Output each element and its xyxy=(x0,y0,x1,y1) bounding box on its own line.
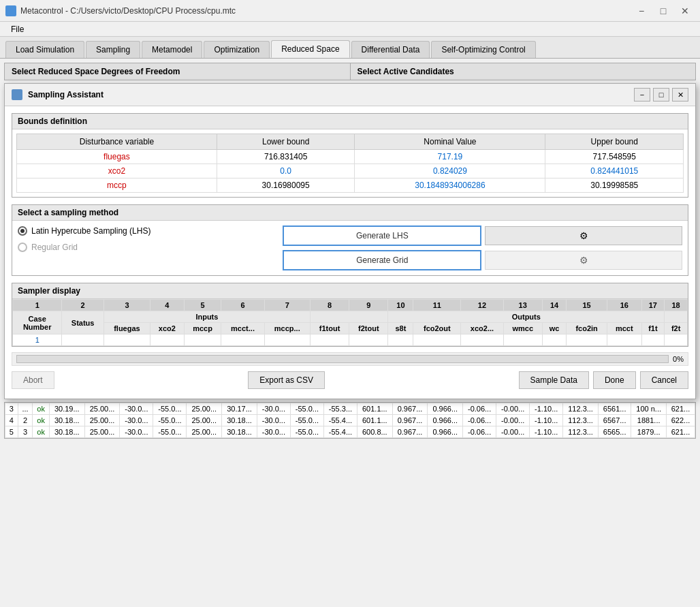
export-csv-button[interactable]: Export as CSV xyxy=(248,371,325,389)
r4v7: -30.0... xyxy=(257,415,290,426)
r5v3: -30.0... xyxy=(120,426,153,438)
r3v19: 621... xyxy=(667,403,695,415)
modal-icon xyxy=(12,89,22,100)
colnum-3: 3 xyxy=(104,300,150,311)
modal-maximize[interactable]: □ xyxy=(653,88,669,102)
sample-data-button[interactable]: Sample Data xyxy=(519,371,589,389)
bottom-data-table: 3 ... ok 30.19... 25.00... -30.0... -55.… xyxy=(5,403,695,438)
radio-grid[interactable] xyxy=(18,243,27,252)
menu-item-file[interactable]: File xyxy=(5,23,29,35)
r5v13: -0.06... xyxy=(463,426,496,438)
tab-load-simulation[interactable]: Load Simulation xyxy=(5,41,84,58)
r3v2: 25.00... xyxy=(84,403,120,415)
tab-metamodel[interactable]: Metamodel xyxy=(142,41,202,58)
generate-grid-button[interactable]: Generate Grid xyxy=(283,251,481,270)
col-f2tout: f2tout xyxy=(349,323,388,334)
v15 xyxy=(641,334,665,346)
tab-self-optimizing[interactable]: Self-Optimizing Control xyxy=(431,41,535,58)
r4v13: -0.06... xyxy=(463,415,496,426)
r4v11: 0.967... xyxy=(392,415,428,426)
bounds-title: Bounds definition xyxy=(12,114,688,129)
r5v19: 621... xyxy=(667,426,695,438)
nominal-xco2: 0.824029 xyxy=(355,164,545,178)
progress-bar-row: 0% xyxy=(12,352,688,366)
sampler-display: Sampler display 1 2 3 4 5 6 7 xyxy=(12,283,688,347)
r5v14: -0.00... xyxy=(496,426,530,438)
abort-button[interactable]: Abort xyxy=(12,371,54,389)
modal-close[interactable]: ✕ xyxy=(672,88,688,102)
col-xco2: xco2 xyxy=(150,323,185,334)
maximize-button[interactable]: □ xyxy=(654,4,673,18)
nominal-fluegas: 717.19 xyxy=(355,150,545,164)
colnum-16: 16 xyxy=(607,300,642,311)
progress-label: 0% xyxy=(673,355,684,363)
v8 xyxy=(388,334,413,346)
cancel-button[interactable]: Cancel xyxy=(640,371,688,389)
radio-lhs[interactable] xyxy=(18,226,27,236)
tab-differential-data[interactable]: Differential Data xyxy=(351,41,430,58)
col-mccp: mccp xyxy=(184,323,221,334)
colnum-14: 14 xyxy=(542,300,566,311)
close-button[interactable]: ✕ xyxy=(675,4,695,18)
r3v18: 100 n... xyxy=(631,403,667,415)
minimize-button[interactable]: − xyxy=(632,4,651,18)
r5v4: -55.0... xyxy=(153,426,187,438)
sampler-table: 1 2 3 4 5 6 7 8 9 10 11 xyxy=(12,299,688,346)
window-controls: − □ ✕ xyxy=(632,4,695,18)
r5v6: 30.18... xyxy=(222,426,257,438)
v3 xyxy=(184,334,221,346)
bounds-row-xco2: xco2 0.0 0.824029 0.824441015 xyxy=(17,164,684,178)
sampler-row-1: 1 xyxy=(13,334,688,346)
settings-grid-button[interactable]: ⚙ xyxy=(485,251,682,270)
col-wc: wc xyxy=(542,323,566,334)
modal-minimize[interactable]: − xyxy=(634,88,650,102)
colnum-18: 18 xyxy=(665,300,688,311)
r3v17: 6561... xyxy=(598,403,631,415)
row-3-status: ok xyxy=(33,403,50,415)
tab-optimization[interactable]: Optimization xyxy=(204,41,270,58)
col-disturbance: Disturbance variable xyxy=(17,134,217,150)
main-content: Select Reduced Space Degrees of Freedom … xyxy=(0,59,700,606)
menu-bar: File xyxy=(0,22,700,37)
r4v9: -55.4... xyxy=(323,415,357,426)
sampling-title: Select a sampling method xyxy=(12,205,688,221)
sampler-display-title: Sampler display xyxy=(12,283,688,299)
header-empty1 xyxy=(310,311,387,323)
colnum-10: 10 xyxy=(388,300,413,311)
tab-sampling[interactable]: Sampling xyxy=(86,41,140,58)
bounds-content: Disturbance variable Lower bound Nominal… xyxy=(12,129,688,197)
colnum-8: 8 xyxy=(310,300,349,311)
col-s8t: s8t xyxy=(388,323,413,334)
col-fco2out: fco2out xyxy=(413,323,461,334)
sampler-table-wrapper[interactable]: 1 2 3 4 5 6 7 8 9 10 11 xyxy=(12,299,688,346)
bounds-row-mccp: mccp 30.16980095 30.1848934006286 30.199… xyxy=(17,178,684,193)
sampling-method-section: Select a sampling method Latin Hypercube… xyxy=(12,204,688,276)
tab-reduced-space[interactable]: Reduced Space xyxy=(271,40,349,58)
header-empty2 xyxy=(665,311,688,323)
data-row-4: 4 2 ok 30.18... 25.00... -30.0... -55.0.… xyxy=(5,415,695,426)
r3v4: -55.0... xyxy=(153,403,187,415)
r4v10: 601.1... xyxy=(357,415,392,426)
option-lhs[interactable]: Latin Hypercube Sampling (LHS) xyxy=(18,226,283,236)
done-button[interactable]: Done xyxy=(593,371,636,389)
r5v15: -1.10... xyxy=(530,426,563,438)
v13 xyxy=(567,334,607,346)
r3v15: -1.10... xyxy=(530,403,563,415)
row-5-status: ok xyxy=(33,426,50,438)
r4v3: -30.0... xyxy=(120,415,153,426)
data-row-3: 3 ... ok 30.19... 25.00... -30.0... -55.… xyxy=(5,403,695,415)
v2 xyxy=(150,334,185,346)
r3v9: -55.3... xyxy=(323,403,357,415)
sampling-assistant-modal: Sampling Assistant − □ ✕ Bounds definiti… xyxy=(4,83,696,399)
v14 xyxy=(607,334,642,346)
col-wmcc: wmcc xyxy=(503,323,542,334)
colnum-12: 12 xyxy=(461,300,503,311)
generate-lhs-button[interactable]: Generate LHS xyxy=(283,226,481,245)
col-mcct: mcct... xyxy=(221,323,264,334)
option-grid[interactable]: Regular Grid xyxy=(18,243,283,252)
colnum-6: 6 xyxy=(221,300,264,311)
col-f2t: f2t xyxy=(665,323,688,334)
v9 xyxy=(413,334,461,346)
r5v18: 1879... xyxy=(631,426,667,438)
settings-lhs-button[interactable]: ⚙ xyxy=(485,226,682,245)
